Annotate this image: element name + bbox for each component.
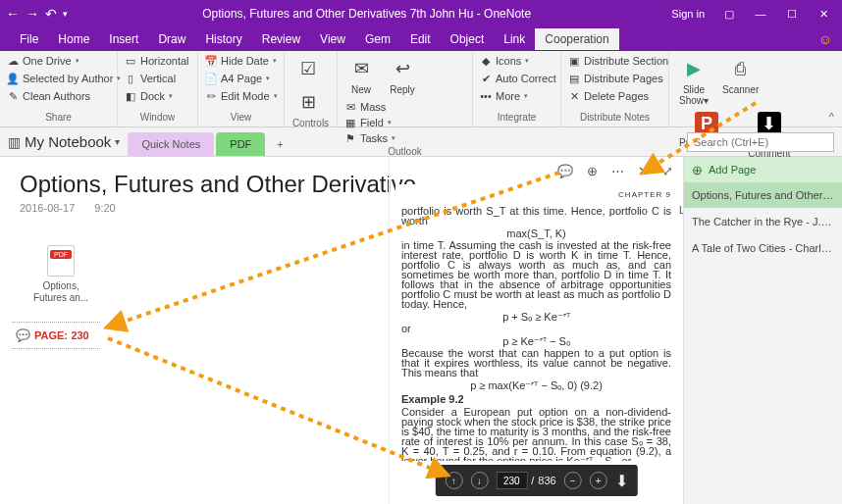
- autocorrect-button[interactable]: ✔Auto Correct: [477, 71, 558, 86]
- checkbox-icon: ☑: [294, 55, 322, 82]
- page-canvas[interactable]: Options, Futures and Other Derivative 20…: [0, 157, 683, 504]
- delete-pages-button[interactable]: ✕Delete Pages: [565, 88, 651, 104]
- group-controls-label: Controls: [289, 118, 333, 130]
- mass-button[interactable]: ✉Mass: [342, 99, 397, 115]
- tab-history[interactable]: History: [195, 28, 251, 50]
- page-list-sidebar: ⊕ Add Page Options, Futures and Other De…: [683, 157, 842, 504]
- pdf-page-input[interactable]: [496, 472, 527, 489]
- mass-icon: ✉: [343, 100, 357, 114]
- add-page-button[interactable]: ⊕ Add Page: [684, 157, 842, 182]
- group-share-label: Share: [4, 112, 113, 125]
- reply-button[interactable]: ↩Reply: [383, 53, 422, 97]
- group-view-label: View: [202, 112, 280, 125]
- pdf-file-icon: [47, 245, 75, 277]
- add-section-button[interactable]: +: [267, 132, 292, 156]
- pdf-chapter: CHAPTER 9: [401, 190, 671, 200]
- section-quick-notes[interactable]: Quick Notes: [128, 132, 214, 156]
- scanner-icon: ⎙: [727, 55, 755, 82]
- dist-pages-icon: ▤: [567, 72, 581, 85]
- user-icon: 👤: [6, 72, 20, 85]
- tab-cooperation[interactable]: Cooperation: [535, 28, 618, 50]
- pdf-page-total: 836: [538, 475, 555, 486]
- tab-draw[interactable]: Draw: [148, 28, 195, 50]
- search-input[interactable]: [687, 132, 834, 152]
- a4-page-button[interactable]: 📄A4 Page▾: [202, 71, 272, 86]
- page-number-note[interactable]: 💬 PAGE: 230: [12, 322, 100, 349]
- tab-view[interactable]: View: [310, 28, 355, 50]
- signin-link[interactable]: Sign in: [665, 8, 710, 20]
- calendar-icon: 📅: [204, 54, 218, 68]
- group-integrate-label: Integrate: [477, 112, 556, 125]
- minimize-icon[interactable]: —: [748, 8, 773, 20]
- slideshow-icon: ▶: [680, 55, 708, 82]
- pdf-page-up-icon[interactable]: ↑: [445, 472, 462, 489]
- notebook-icon: ▥: [8, 134, 21, 150]
- more-icon: •••: [479, 89, 493, 103]
- page-list-item[interactable]: The Catcher in the Rye - J.D. Salin: [684, 209, 842, 235]
- pdf-zoom-in-icon[interactable]: +: [590, 472, 607, 489]
- undo-icon[interactable]: ↶: [45, 6, 57, 22]
- forward-icon[interactable]: →: [26, 6, 39, 22]
- distribute-section-button[interactable]: ▣Distribute Section: [565, 53, 670, 69]
- checkbox-control-button[interactable]: ☑: [289, 53, 328, 84]
- horizontal-icon: ▭: [124, 54, 137, 68]
- tab-link[interactable]: Link: [494, 28, 535, 50]
- grid-control-button[interactable]: ⊞: [289, 86, 328, 118]
- maximize-icon[interactable]: ☐: [779, 8, 805, 21]
- pdf-close-icon[interactable]: ✕: [638, 164, 649, 178]
- feedback-icon[interactable]: ☺: [818, 31, 832, 47]
- tab-gem[interactable]: Gem: [355, 28, 400, 50]
- horizontal-button[interactable]: ▭Horizontal: [122, 53, 191, 69]
- tab-home[interactable]: Home: [48, 28, 99, 50]
- pdf-zoom-out-icon[interactable]: −: [564, 472, 582, 489]
- vertical-button[interactable]: ▯Vertical: [122, 71, 178, 86]
- plus-icon: ⊕: [692, 163, 703, 177]
- onedrive-button[interactable]: ☁One Drive▾: [4, 53, 81, 69]
- group-window-label: Window: [122, 112, 193, 125]
- page-list-item[interactable]: Options, Futures and Other Deriva: [684, 182, 842, 209]
- pdf-viewer: 💬 ⊕ ⋯ ✕ ⤢ CHAPTER 9 portfolio is worth S…: [389, 157, 683, 504]
- pdf-more-icon[interactable]: ⋯: [611, 164, 624, 178]
- ribbon-options-icon[interactable]: ▢: [716, 8, 742, 21]
- grid-icon: ⊞: [294, 88, 322, 116]
- pdf-adobe-icon[interactable]: ⬇: [615, 472, 628, 490]
- comment-icon: 💬: [16, 328, 30, 342]
- more-button[interactable]: •••More▾: [477, 88, 530, 104]
- tab-file[interactable]: File: [10, 28, 48, 50]
- clean-authors-button[interactable]: ✎Clean Authors: [4, 88, 92, 104]
- page-list-item[interactable]: A Tale of Two Cities - Charles Dic: [684, 235, 842, 262]
- back-icon[interactable]: ←: [6, 6, 20, 22]
- dock-button[interactable]: ◧Dock▾: [122, 88, 175, 104]
- tab-review[interactable]: Review: [252, 28, 310, 50]
- hide-date-button[interactable]: 📅Hide Date▾: [202, 53, 279, 69]
- pdf-comment-tool-icon[interactable]: 💬: [557, 164, 573, 178]
- tab-object[interactable]: Object: [441, 28, 495, 50]
- new-mail-button[interactable]: ✉New: [342, 53, 381, 97]
- tab-edit[interactable]: Edit: [400, 28, 441, 50]
- vertical-icon: ▯: [124, 72, 137, 85]
- distribute-pages-button[interactable]: ▤Distribute Pages: [565, 71, 665, 86]
- pdf-page-content[interactable]: CHAPTER 9 portfolio is worth S_T at this…: [395, 184, 677, 461]
- tasks-button[interactable]: ⚑Tasks▾: [342, 130, 397, 146]
- pdf-add-icon[interactable]: ⊕: [587, 164, 598, 178]
- icons-button[interactable]: ◆Icons▾: [477, 53, 531, 69]
- edit-icon: ✏: [204, 89, 218, 103]
- dist-section-icon: ▣: [567, 54, 581, 68]
- cloud-icon: ☁: [6, 54, 20, 68]
- pdf-page-down-icon[interactable]: ↓: [470, 472, 488, 489]
- scanner-button[interactable]: ⎙Scanner: [716, 53, 764, 97]
- section-pdf[interactable]: PDF: [216, 132, 265, 156]
- group-distribute-label: Distribute Notes: [565, 112, 664, 125]
- slideshow-button[interactable]: ▶SlideShow▾: [673, 53, 714, 108]
- notebook-selector[interactable]: ▥ My Notebook ▾: [8, 133, 120, 150]
- window-title: Options, Futures and Other Derivatives 7…: [68, 7, 665, 21]
- selected-by-author-button[interactable]: 👤Selected by Author▾: [4, 71, 123, 86]
- mail-new-icon: ✉: [347, 55, 375, 82]
- collapse-ribbon-icon[interactable]: ^: [821, 107, 842, 126]
- close-icon[interactable]: ✕: [811, 8, 836, 21]
- tab-insert[interactable]: Insert: [99, 28, 148, 50]
- field-button[interactable]: ▦Field▾: [342, 115, 397, 130]
- edit-mode-button[interactable]: ✏Edit Mode▾: [202, 88, 280, 104]
- pdf-attachment[interactable]: Options,Futures an...: [33, 245, 88, 304]
- pdf-expand-icon[interactable]: ⤢: [662, 164, 673, 178]
